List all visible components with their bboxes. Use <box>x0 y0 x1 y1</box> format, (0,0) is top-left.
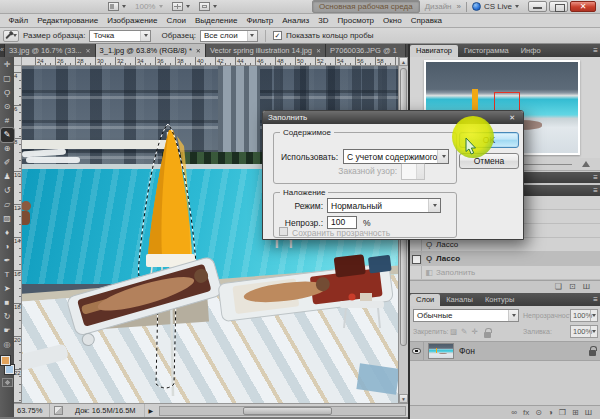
gradient-tool-icon[interactable]: ▨ <box>1 212 14 226</box>
color-swatches[interactable] <box>1 356 14 374</box>
opacity-field[interactable]: 100% <box>570 309 598 322</box>
document-tab[interactable]: Vector spring illustration 14.jpg ✕ <box>206 44 326 57</box>
panel-tab[interactable]: Каналы <box>440 293 479 306</box>
history-brush-tool-icon[interactable]: ↺ <box>1 184 14 198</box>
type-tool-icon[interactable]: T <box>1 268 14 282</box>
path-selection-tool-icon[interactable]: ➤ <box>1 282 14 296</box>
close-tab-icon[interactable]: ✕ <box>86 47 91 54</box>
arrange-documents-icon[interactable] <box>172 2 183 11</box>
marquee-tool-icon[interactable]: ▢ <box>1 72 14 86</box>
app-zoom-level[interactable]: 100% <box>135 2 155 11</box>
menu-item[interactable]: Изображение <box>103 14 162 27</box>
history-state-row[interactable]: Ǫ Лассо <box>410 252 600 266</box>
move-tool-icon[interactable]: ✛ <box>1 58 14 72</box>
pen-tool-icon[interactable]: ✒ <box>1 254 14 268</box>
panel-menu-icon[interactable]: ≡ <box>593 185 600 196</box>
screen-mode-icon[interactable] <box>199 2 210 11</box>
workspace-button-design[interactable]: Дизайн <box>425 2 452 11</box>
cs-live-button[interactable]: CS Live <box>472 2 519 11</box>
menu-item[interactable]: Выделение <box>190 14 241 27</box>
dodge-tool-icon[interactable]: ◑ <box>1 240 14 254</box>
rotate-view-tool-icon[interactable]: ↻ <box>1 310 14 324</box>
layer-mask-icon[interactable]: ⊙ <box>535 407 542 419</box>
chevron-down-icon[interactable] <box>122 5 126 8</box>
close-tab-icon[interactable]: ✕ <box>196 47 201 54</box>
history-brush-source-well[interactable] <box>410 266 422 279</box>
lock-transparency-icon[interactable]: ▨ <box>450 327 457 336</box>
menu-item[interactable]: 3D <box>314 14 333 27</box>
panel-menu-icon[interactable]: ≡ <box>593 172 600 183</box>
launch-bridge-icon[interactable] <box>108 2 119 11</box>
shape-tool-icon[interactable]: ■ <box>1 296 14 310</box>
chevron-down-icon[interactable] <box>213 5 217 8</box>
dialog-close-icon[interactable]: ✕ <box>506 114 518 122</box>
menu-item[interactable]: Окно <box>379 14 407 27</box>
lock-position-icon[interactable]: ✛ <box>471 327 477 336</box>
layer-visibility-well[interactable] <box>410 341 424 361</box>
quick-selection-tool-icon[interactable]: ⊙ <box>1 100 14 114</box>
layer-group-icon[interactable]: ❒ <box>559 407 566 419</box>
lasso-tool-icon[interactable]: Ǫ <box>1 86 14 100</box>
menu-item[interactable]: Просмотр <box>333 14 379 27</box>
new-layer-icon[interactable]: ⊞ <box>572 407 579 419</box>
document-size-readout[interactable]: Док: 16.5M/16.5M <box>67 404 145 417</box>
menu-item[interactable]: Слои <box>162 14 190 27</box>
hand-tool-icon[interactable]: ☛ <box>1 324 14 338</box>
menu-item[interactable]: Фильтр <box>242 14 278 27</box>
blend-mode-select[interactable]: Обычные <box>413 309 519 322</box>
panel-tab[interactable]: Гистограмма <box>458 44 515 57</box>
lock-pixels-icon[interactable]: ✎ <box>461 327 467 336</box>
background-layer-row[interactable]: Фон <box>410 341 600 361</box>
healing-brush-tool-icon[interactable]: ⊕ <box>1 142 14 156</box>
layer-thumbnail[interactable] <box>428 343 454 359</box>
menu-item[interactable]: Анализ <box>278 14 314 27</box>
eyedropper-preset-button[interactable] <box>3 30 19 42</box>
zoom-tool-icon[interactable]: ◎ <box>1 338 14 352</box>
restore-button[interactable] <box>549 1 568 12</box>
close-button[interactable]: ✕ <box>570 1 596 12</box>
delete-state-icon[interactable]: Ш <box>583 281 590 293</box>
status-options-arrow[interactable]: ▶ <box>145 407 158 414</box>
document-tab[interactable]: P7060036.JPG @ 1 <box>326 44 406 57</box>
panel-menu-icon[interactable]: ≡ <box>593 293 600 306</box>
panel-tab[interactable]: Слои <box>410 294 440 306</box>
blur-tool-icon[interactable]: ♦ <box>1 226 14 240</box>
history-state-row[interactable]: ◧ Заполнить <box>410 266 600 280</box>
mode-select[interactable]: Нормальный <box>327 198 441 213</box>
adjustment-layer-icon[interactable]: ◑ <box>548 407 553 419</box>
menu-item[interactable]: Редактирование <box>33 14 103 27</box>
use-select[interactable]: С учетом содержимого <box>343 149 449 164</box>
chevron-down-icon[interactable] <box>186 5 190 8</box>
history-state-row[interactable]: Ǫ Лассо <box>410 238 600 252</box>
brush-tool-icon[interactable]: ✐ <box>1 156 14 170</box>
layer-effects-icon[interactable]: fx <box>523 407 529 419</box>
minimize-button[interactable] <box>528 1 547 12</box>
sample-select[interactable]: Все слои <box>200 30 258 42</box>
document-tab[interactable]: 33.jpg @ 16.7% (33... ✕ <box>5 44 96 57</box>
lock-all-icon[interactable] <box>484 332 491 338</box>
workspace-overflow-chevron[interactable]: » <box>457 2 461 11</box>
menu-item[interactable]: Файл <box>4 14 33 27</box>
quick-mask-button[interactable] <box>2 378 13 387</box>
eyedropper-tool-icon[interactable]: ✎ <box>1 128 14 142</box>
delete-layer-icon[interactable]: Ш <box>585 407 592 419</box>
fill-field[interactable]: 100% <box>570 325 598 338</box>
new-document-from-state-icon[interactable]: ❏ <box>555 281 562 293</box>
eraser-tool-icon[interactable]: ▱ <box>1 198 14 212</box>
panel-tab[interactable]: Контуры <box>479 293 520 306</box>
new-snapshot-icon[interactable]: ⊡ <box>569 281 576 293</box>
panel-menu-icon[interactable]: ≡ <box>593 44 600 57</box>
panel-tab[interactable]: Инфо <box>515 44 547 57</box>
foreground-color-swatch[interactable] <box>1 356 10 365</box>
document-tab[interactable]: 3_1.jpg @ 63.8% (RGB/8) * ✕ <box>96 44 206 57</box>
zoom-in-mountain-icon[interactable] <box>582 161 590 167</box>
clone-stamp-tool-icon[interactable]: ♟ <box>1 170 14 184</box>
crop-tool-icon[interactable]: # <box>1 114 14 128</box>
horizontal-scrollbar[interactable] <box>159 406 406 416</box>
close-tab-icon[interactable]: ✕ <box>316 47 321 54</box>
zoom-percentage-field[interactable]: 63.75% <box>14 404 50 417</box>
link-layers-icon[interactable]: ∞ <box>511 407 517 419</box>
background-color-swatch[interactable] <box>5 365 14 374</box>
sample-size-select[interactable]: Точка <box>89 30 151 42</box>
workspace-button-active[interactable]: Основная рабочая среда <box>312 0 420 13</box>
